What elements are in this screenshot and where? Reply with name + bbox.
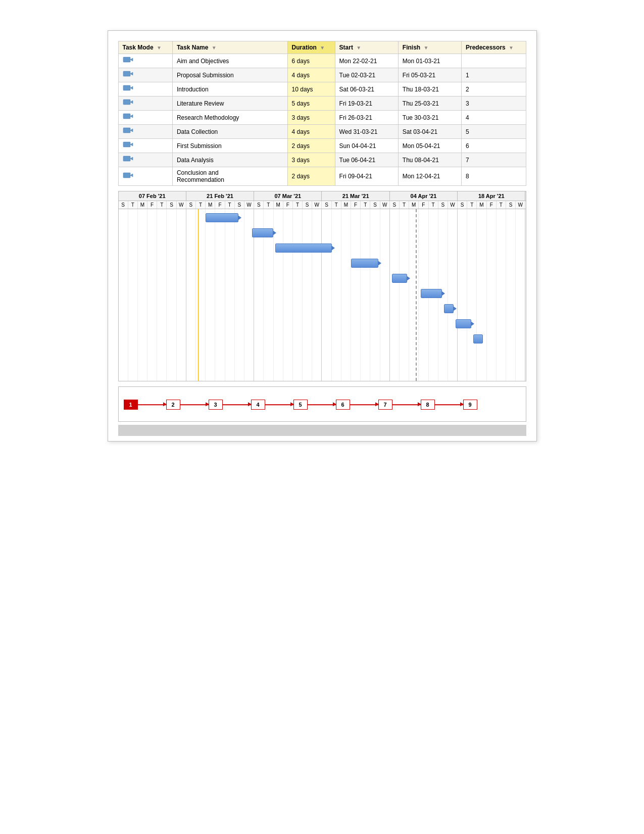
th-task-name[interactable]: Task Name ▼ [172, 41, 287, 54]
pred-cell: 4 [462, 111, 526, 125]
gantt-day-cell: T [361, 201, 370, 209]
task-mode-icon [123, 127, 134, 135]
pred-value: 8 [466, 173, 469, 180]
sort-arrow-start[interactable]: ▼ [356, 45, 361, 51]
gantt-bar [473, 334, 483, 344]
pred-value: 5 [466, 128, 469, 135]
task-mode-icon [123, 84, 134, 92]
svg-marker-3 [130, 72, 133, 75]
pred-value: 6 [466, 142, 469, 150]
gantt-day-cell: T [196, 201, 206, 209]
gantt-day-cell: S [438, 201, 448, 209]
sort-arrow-task-name[interactable]: ▼ [212, 45, 217, 51]
task-mode-cell [118, 68, 172, 82]
table-row: Proposal Submission4 daysTue 02-03-21Fri… [118, 68, 526, 82]
duration-cell: 6 days [287, 54, 335, 68]
network-node: 2 [166, 400, 180, 410]
gantt-day-cell: W [448, 201, 458, 209]
table-row: First Submission2 daysSun 04-04-21Mon 05… [118, 139, 526, 153]
gantt-bar [421, 289, 442, 298]
pred-value: 1 [466, 72, 469, 79]
duration-value: 3 days [292, 157, 310, 164]
th-predecessors[interactable]: Predecessors ▼ [462, 41, 526, 54]
th-task-mode[interactable]: Task Mode ▼ [118, 41, 172, 54]
th-finish[interactable]: Finish ▼ [398, 41, 461, 54]
footer-bar [118, 425, 526, 436]
gantt-day-cell: T [264, 201, 273, 209]
th-pred-label: Predecessors [466, 44, 506, 51]
network-diagram: 123456789 [118, 386, 526, 422]
gantt-day-cell: S [458, 201, 467, 209]
gantt-day-cell: F [487, 201, 497, 209]
duration-cell: 10 days [287, 82, 335, 96]
task-mode-icon [123, 56, 134, 64]
gantt-week-header: 07 Feb '2121 Feb '2107 Mar '2121 Mar '21… [119, 191, 526, 201]
duration-value: 5 days [292, 100, 310, 107]
gantt-chart: 07 Feb '2121 Feb '2107 Mar '2121 Mar '21… [118, 191, 526, 381]
svg-rect-4 [123, 85, 130, 90]
gantt-day-cell: M [341, 201, 351, 209]
th-start[interactable]: Start ▼ [335, 41, 398, 54]
svg-marker-15 [130, 157, 133, 160]
network-node: 8 [421, 400, 435, 410]
task-name-text: Proposal Submission [177, 72, 234, 79]
gantt-day-cell: W [177, 201, 186, 209]
gantt-day-cell: T [497, 201, 506, 209]
network-arrow [138, 404, 166, 405]
start-cell: Fri 19-03-21 [335, 96, 398, 111]
duration-value: 6 days [292, 58, 310, 65]
pred-cell: 3 [462, 96, 526, 111]
gantt-week-label: 18 Apr '21 [458, 191, 525, 201]
duration-value: 10 days [292, 86, 313, 93]
svg-rect-8 [123, 114, 130, 119]
gantt-day-cell: S [235, 201, 244, 209]
start-cell: Tue 06-04-21 [335, 153, 398, 167]
network-node: 9 [463, 400, 477, 410]
svg-rect-14 [123, 156, 130, 161]
task-name-text: Research Methodology [177, 114, 239, 121]
start-value: Tue 06-04-21 [339, 157, 376, 164]
duration-value: 2 days [292, 173, 310, 180]
pred-cell: 6 [462, 139, 526, 153]
finish-value: Tue 30-03-21 [403, 114, 439, 121]
gantt-day-cell: S [254, 201, 264, 209]
task-name-text: Data Analysis [177, 157, 214, 164]
gantt-day-cell: S [322, 201, 331, 209]
sort-arrow-duration[interactable]: ▼ [320, 45, 325, 51]
gantt-week-label: 21 Mar '21 [322, 191, 389, 201]
network-arrow [435, 404, 463, 405]
task-mode-cell [118, 167, 172, 186]
gantt-day-cell: T [429, 201, 438, 209]
th-finish-label: Finish [403, 44, 420, 51]
gantt-day-cell: M [409, 201, 419, 209]
svg-rect-16 [123, 173, 130, 178]
task-mode-icon [123, 155, 134, 163]
gantt-day-cell: S [167, 201, 176, 209]
sort-arrow-pred[interactable]: ▼ [509, 45, 514, 51]
sort-arrow-task-mode[interactable]: ▼ [157, 45, 162, 51]
task-name-text: Data Collection [177, 128, 218, 135]
finish-value: Mon 05-04-21 [403, 142, 440, 150]
table-row: Aim and Objectives6 daysMon 22-02-21Mon … [118, 54, 526, 68]
task-name-cell: Data Analysis [172, 153, 287, 167]
svg-marker-5 [130, 86, 133, 89]
finish-cell: Tue 30-03-21 [398, 111, 461, 125]
svg-rect-6 [123, 100, 130, 105]
finish-value: Sat 03-04-21 [403, 128, 437, 135]
duration-value: 4 days [292, 128, 310, 135]
gantt-day-cell: W [380, 201, 390, 209]
th-task-name-label: Task Name [177, 44, 208, 51]
th-duration[interactable]: Duration ▼ [287, 41, 335, 54]
start-value: Sat 06-03-21 [339, 86, 374, 93]
duration-value: 2 days [292, 142, 310, 150]
table-row: Research Methodology3 daysFri 26-03-21Tu… [118, 111, 526, 125]
network-arrow [392, 404, 421, 405]
network-arrow [223, 404, 251, 405]
th-duration-label: Duration [292, 44, 317, 51]
gantt-day-cell: T [157, 201, 167, 209]
svg-rect-10 [123, 128, 130, 133]
th-task-mode-label: Task Mode [123, 44, 154, 51]
gantt-week-label: 04 Apr '21 [390, 191, 458, 201]
sort-arrow-finish[interactable]: ▼ [423, 45, 428, 51]
duration-cell: 5 days [287, 96, 335, 111]
